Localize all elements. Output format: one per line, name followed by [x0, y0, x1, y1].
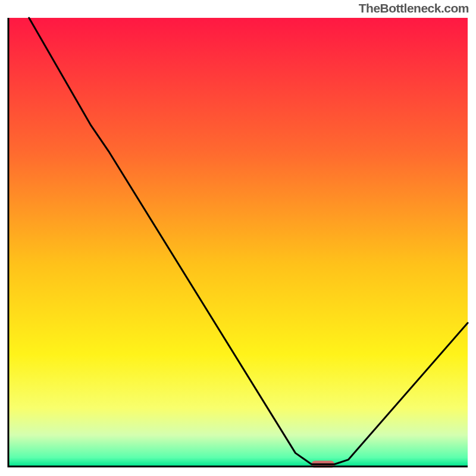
bottleneck-chart — [7, 17, 469, 468]
chart-svg — [7, 17, 469, 468]
attribution-text: TheBottleneck.com — [359, 1, 469, 15]
chart-background — [8, 18, 468, 466]
